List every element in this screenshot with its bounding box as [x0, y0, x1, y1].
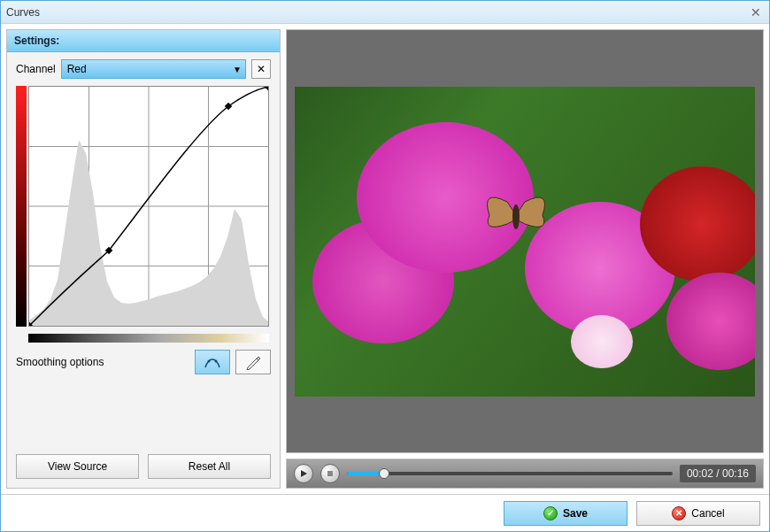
playback-bar: 00:02 / 00:16 — [286, 459, 764, 489]
svg-point-10 — [208, 360, 211, 363]
preview-image — [295, 87, 755, 397]
seek-bar[interactable] — [347, 467, 673, 480]
pencil-icon — [245, 354, 261, 370]
curve-icon — [204, 355, 221, 369]
seek-track — [347, 472, 673, 475]
freehand-button[interactable] — [235, 350, 271, 374]
time-display: 00:02 / 00:16 — [680, 465, 756, 482]
window-title: Curves — [6, 6, 748, 19]
channel-value: Red — [67, 63, 87, 75]
svg-point-11 — [215, 360, 218, 363]
save-button[interactable]: ✓ Save — [504, 501, 628, 526]
input-gradient — [28, 334, 269, 343]
view-source-button[interactable]: View Source — [16, 454, 139, 479]
chevron-down-icon: ▼ — [233, 65, 242, 74]
video-preview[interactable] — [286, 29, 764, 453]
channel-label: Channel — [16, 63, 56, 75]
curve-canvas[interactable] — [28, 86, 269, 327]
channel-row: Channel Red ▼ ✕ — [16, 59, 271, 79]
curve-editor — [16, 86, 271, 327]
smooth-curve-button[interactable] — [195, 350, 230, 374]
channel-select[interactable]: Red ▼ — [61, 59, 246, 79]
settings-panel: Settings: Channel Red ▼ ✕ — [6, 29, 281, 489]
settings-header: Settings: — [7, 30, 280, 52]
curves-window: Curves ✕ Settings: Channel Red ▼ ✕ — [0, 0, 770, 532]
smoothing-label: Smoothing options — [16, 356, 189, 368]
dialog-body: Settings: Channel Red ▼ ✕ — [1, 24, 769, 494]
close-icon[interactable]: ✕ — [748, 4, 764, 20]
stop-button[interactable] — [320, 464, 340, 483]
reset-channel-button[interactable]: ✕ — [251, 59, 271, 79]
check-icon: ✓ — [543, 506, 558, 520]
seek-fill — [347, 472, 382, 475]
preview-panel: 00:02 / 00:16 — [286, 29, 764, 489]
reset-all-button[interactable]: Reset All — [148, 454, 271, 479]
svg-rect-13 — [327, 471, 333, 476]
output-gradient — [16, 86, 27, 327]
smoothing-row: Smoothing options — [16, 350, 271, 374]
close-icon: ✕ — [257, 63, 266, 75]
stop-icon — [327, 470, 334, 477]
svg-point-12 — [512, 204, 520, 229]
play-button[interactable] — [294, 464, 313, 483]
titlebar: Curves ✕ — [1, 1, 769, 24]
play-icon — [299, 469, 308, 478]
cancel-button[interactable]: ✕ Cancel — [636, 501, 760, 526]
seek-thumb[interactable] — [379, 468, 389, 479]
dialog-footer: ✓ Save ✕ Cancel — [1, 494, 769, 531]
settings-content: Channel Red ▼ ✕ — [7, 52, 280, 382]
cancel-icon: ✕ — [672, 506, 686, 520]
settings-buttons: View Source Reset All — [7, 454, 280, 488]
